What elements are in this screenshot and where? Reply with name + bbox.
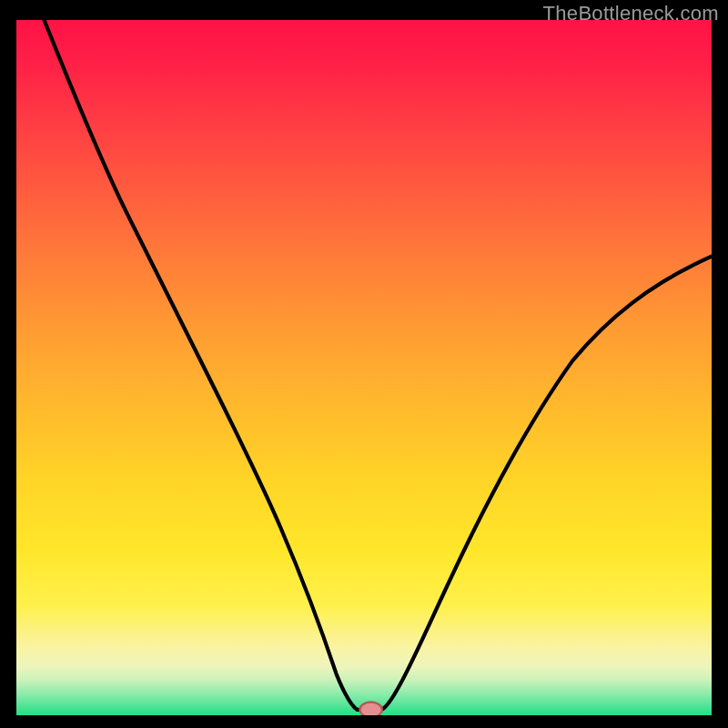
- svg-point-0: [359, 702, 381, 715]
- optimal-marker: [359, 702, 381, 715]
- site-watermark: TheBottleneck.com: [543, 2, 719, 25]
- bottleneck-plot: [16, 20, 712, 715]
- plot-svg: [16, 20, 712, 715]
- chart-frame: TheBottleneck.com: [0, 0, 728, 728]
- heat-gradient: [16, 20, 712, 715]
